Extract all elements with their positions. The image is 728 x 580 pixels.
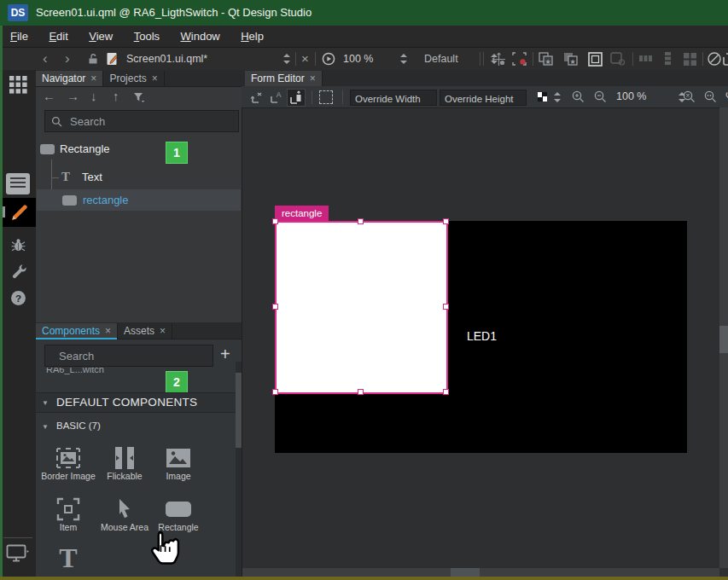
override-width-input[interactable] — [351, 93, 436, 105]
components-scrollbar-thumb[interactable] — [236, 373, 242, 448]
close-document-icon[interactable]: × — [301, 48, 309, 70]
run-project-icon[interactable] — [322, 52, 335, 69]
zoom-selection-icon[interactable] — [704, 90, 717, 107]
close-icon[interactable]: × — [310, 72, 316, 84]
close-icon[interactable]: × — [90, 72, 96, 84]
tab-navigator[interactable]: Navigator× — [36, 71, 103, 86]
resize-handle-sw[interactable] — [272, 389, 278, 395]
show-bounds-icon[interactable] — [319, 90, 333, 104]
grid-layout-icon[interactable] — [683, 52, 697, 70]
filter-icon[interactable] — [133, 91, 145, 107]
tree-row-rectangle-root[interactable]: Rectangle — [36, 139, 242, 160]
reset-view-icon[interactable]: ↺ — [725, 88, 728, 102]
design-mode-icon[interactable] — [3, 198, 36, 227]
section-basic[interactable]: ▼ BASIC (7) — [36, 418, 236, 435]
resize-handle-n[interactable] — [358, 218, 364, 224]
reset-view-red-icon[interactable] — [512, 52, 527, 69]
close-icon[interactable]: × — [105, 325, 111, 337]
current-document-name[interactable]: Screen01.ui.qml* — [126, 48, 207, 70]
square-refresh-icon[interactable] — [610, 52, 626, 70]
menu-view[interactable]: View — [80, 26, 121, 47]
tree-row-text[interactable]: T Text — [36, 167, 242, 188]
outline-square-icon[interactable] — [588, 52, 603, 70]
document-spinner-icon[interactable] — [282, 53, 290, 65]
component-rectangle[interactable]: Rectangle — [154, 496, 203, 532]
canvas-hscrollbar-track[interactable] — [242, 568, 719, 577]
move-transform-icon[interactable] — [492, 52, 506, 70]
edit-document-icon[interactable] — [106, 52, 119, 69]
component-border-image[interactable]: Border Image — [41, 445, 96, 481]
override-height-field[interactable] — [440, 90, 527, 106]
navigator-search-input[interactable] — [68, 114, 232, 129]
welcome-apps-grid-icon[interactable] — [9, 75, 27, 94]
tab-assets[interactable]: Assets× — [118, 323, 172, 339]
override-height-input[interactable] — [440, 93, 526, 105]
tree-row-rectangle-selected[interactable]: rectangle — [37, 189, 241, 211]
resize-handle-w[interactable] — [272, 304, 278, 310]
columns-icon[interactable] — [638, 52, 653, 68]
component-flickable[interactable]: Flickable — [99, 445, 150, 481]
menu-file[interactable]: File — [2, 26, 37, 47]
component-mouse-area[interactable]: Mouse Area — [96, 496, 154, 532]
zoom-level-value[interactable]: 100 % — [343, 48, 373, 70]
forward-icon[interactable]: › — [65, 49, 70, 69]
components-search[interactable] — [44, 345, 213, 367]
add-module-plus-icon[interactable]: + — [220, 345, 230, 364]
resize-handle-se[interactable] — [443, 389, 449, 395]
canvas-vscrollbar-track[interactable] — [719, 107, 728, 568]
move-down-icon[interactable]: ↓ — [90, 89, 97, 103]
rows-icon[interactable] — [661, 51, 674, 69]
section-default-components[interactable]: ▼ DEFAULT COMPONENTS — [36, 392, 236, 413]
close-icon[interactable]: × — [160, 325, 166, 337]
resize-handle-e[interactable] — [443, 304, 449, 310]
resize-handle-ne[interactable] — [443, 218, 449, 224]
close-icon[interactable]: × — [152, 72, 158, 84]
slashed-square-icon[interactable] — [708, 52, 721, 69]
zoom-in-icon[interactable] — [572, 90, 585, 107]
back-icon[interactable]: ‹ — [43, 49, 48, 69]
snapping-anchors-icon[interactable]: A — [268, 89, 285, 105]
menu-help[interactable]: Help — [232, 26, 272, 47]
tab-projects[interactable]: Projects× — [103, 71, 164, 86]
rounded-square-icon[interactable] — [723, 52, 728, 69]
override-width-field[interactable] — [350, 90, 437, 106]
menu-window[interactable]: Window — [172, 26, 229, 47]
menu-edit[interactable]: Edit — [40, 26, 76, 47]
zoom-spinner-icon[interactable] — [399, 53, 407, 65]
navigator-search[interactable] — [44, 110, 239, 132]
canvas-vscrollbar-thumb[interactable] — [719, 326, 728, 353]
canvas-hscrollbar-thumb[interactable] — [451, 568, 480, 577]
components-search-input[interactable] — [57, 349, 211, 363]
resize-handle-s[interactable] — [358, 389, 364, 395]
copy-star-icon[interactable]: ★ — [539, 52, 554, 70]
move-right-icon[interactable]: → — [67, 89, 79, 103]
canvas-selected-rectangle[interactable] — [275, 221, 448, 394]
tab-components[interactable]: Components× — [36, 323, 118, 339]
style-selector[interactable]: Default — [424, 48, 458, 70]
clipped-list-item[interactable]: RA6_L...witch — [46, 368, 149, 375]
text-editor-mode-icon[interactable] — [6, 173, 30, 194]
component-item[interactable]: Item — [41, 496, 96, 532]
canvas-color-checker-icon[interactable] — [538, 92, 547, 102]
debug-bug-icon[interactable] — [9, 235, 27, 254]
help-icon[interactable]: ? — [9, 288, 27, 307]
menu-tools[interactable]: Tools — [125, 26, 168, 47]
move-left-icon[interactable]: ← — [43, 89, 55, 103]
lock-icon[interactable] — [88, 53, 98, 68]
no-snapping-icon[interactable] — [249, 89, 266, 105]
canvas-text-led1[interactable]: LED1 — [467, 329, 497, 343]
components-scrollbar-track[interactable] — [236, 362, 242, 577]
external-display-icon[interactable] — [6, 544, 29, 566]
paste-star-icon[interactable]: ★ — [563, 52, 579, 70]
tab-form-editor[interactable]: Form Editor× — [245, 71, 323, 86]
wrench-icon[interactable] — [9, 261, 27, 280]
move-up-icon[interactable]: ↑ — [113, 89, 119, 103]
snapping-icon[interactable] — [287, 89, 306, 107]
zoom-fit-icon[interactable] — [683, 90, 696, 107]
component-image[interactable]: Image — [154, 445, 203, 481]
resize-handle-nw[interactable] — [272, 218, 278, 224]
component-text-partial[interactable]: T — [41, 542, 96, 574]
zoom-out-icon[interactable] — [594, 90, 607, 107]
canvas-zoom-value[interactable]: 100 % — [616, 86, 646, 107]
color-spinner-icon[interactable] — [553, 91, 561, 103]
